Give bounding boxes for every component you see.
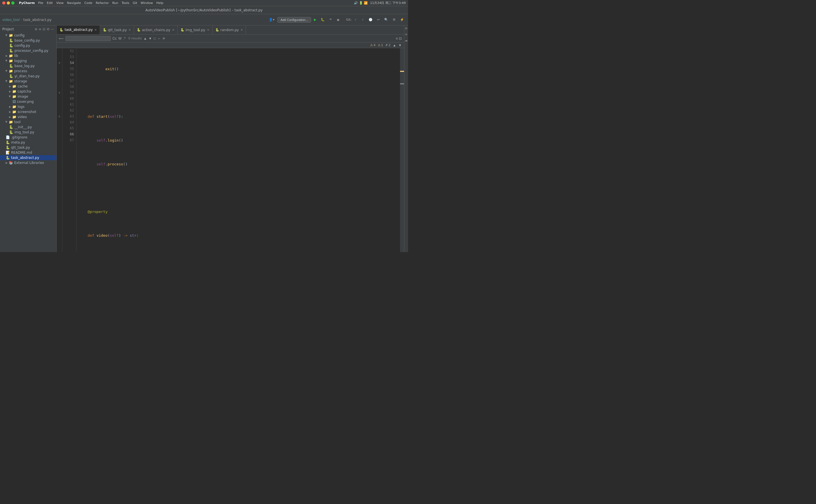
tab-close-icon[interactable]: ✕: [240, 28, 243, 31]
sidebar-item-tool[interactable]: ▶ 📁 tool: [0, 119, 56, 125]
menu-refactor[interactable]: Refactor: [96, 1, 109, 5]
tree-label: captcha: [18, 89, 31, 93]
git-rollback-button[interactable]: ↩: [375, 17, 381, 23]
search-filter-button[interactable]: ⊡: [399, 37, 402, 40]
sidebar-item-img-tool[interactable]: 🐍 img_tool.py: [0, 130, 56, 135]
close-button[interactable]: [2, 1, 5, 5]
sidebar-item-config[interactable]: ▶ 📁 config: [0, 33, 56, 38]
stop-button[interactable]: ⏹: [335, 17, 341, 23]
sidebar-item-captcha[interactable]: ▶ 📁 captcha: [0, 89, 56, 94]
menu-window[interactable]: Window: [140, 1, 153, 5]
right-sidebar-icon-1[interactable]: ⚙: [405, 27, 408, 30]
minimize-button[interactable]: [7, 1, 10, 5]
sidebar-settings-icon[interactable]: ⚙: [46, 27, 50, 31]
sidebar-item-task-abstract[interactable]: 🐍 task_abstract.py: [0, 155, 56, 160]
sidebar-item-cover-png[interactable]: 🖼 cover.png: [0, 99, 56, 104]
sidebar-item-config-py[interactable]: 🐍 config.py: [0, 43, 56, 48]
sidebar-item-cache[interactable]: ▶ 📁 cache: [0, 84, 56, 89]
notifications-button[interactable]: ⚡: [398, 17, 406, 23]
sidebar-item-readme[interactable]: 📝 README.md: [0, 150, 56, 155]
tab-action-chains[interactable]: 🐍 action_chains.py ✕: [134, 25, 178, 35]
tab-close-icon[interactable]: ✕: [207, 28, 209, 31]
tab-random[interactable]: 🐍 random.py ✕: [212, 25, 246, 35]
menu-navigate[interactable]: Navigate: [67, 1, 81, 5]
right-sidebar-icon-3[interactable]: ☁: [404, 39, 408, 42]
menu-tools[interactable]: Tools: [122, 1, 129, 5]
search-nav-down[interactable]: ▼: [148, 37, 152, 40]
tab-task-abstract[interactable]: 🐍 task_abstract.py ✕: [57, 25, 100, 35]
coverage-button[interactable]: ☂: [327, 17, 334, 23]
sidebar-locate-icon[interactable]: ⊕: [35, 27, 37, 31]
tab-close-icon[interactable]: ✕: [129, 28, 131, 31]
line-num: 54: [62, 60, 74, 66]
search-list-button[interactable]: ≡: [396, 37, 398, 40]
menu-run[interactable]: Run: [112, 1, 118, 5]
fold-icon[interactable]: ▽: [58, 91, 60, 94]
breadcrumb-root[interactable]: video_tool: [2, 18, 20, 22]
search-regex-button[interactable]: .*: [123, 37, 125, 40]
scroll-gutter[interactable]: [400, 48, 404, 252]
sidebar-item-yi-dian-hao[interactable]: 🐍 yi_dian_hao.py: [0, 74, 56, 79]
sidebar-item-external-libraries[interactable]: ▶ 📚 External Libraries: [0, 160, 56, 165]
sidebar-item-logging[interactable]: ▶ 📁 logging: [0, 58, 56, 63]
menu-git[interactable]: Git: [133, 1, 137, 5]
sidebar-item-base-config[interactable]: 🐍 base_config.py: [0, 38, 56, 43]
sidebar-expand-icon[interactable]: ≡: [39, 27, 41, 31]
sidebar-item-gitignore[interactable]: 📄 .gitignore: [0, 135, 56, 140]
py-file-icon: 🐍: [6, 146, 10, 150]
breadcrumb-file[interactable]: task_abstract.py: [23, 18, 51, 22]
search-highlight-button[interactable]: □: [154, 37, 155, 40]
menu-code[interactable]: Code: [84, 1, 92, 5]
sidebar-item-process[interactable]: ▶ 📁 process: [0, 69, 56, 74]
py-file-icon: 🐍: [6, 140, 10, 144]
menu-file[interactable]: File: [38, 1, 43, 5]
git-commit-button[interactable]: ✓: [360, 17, 366, 23]
debug-button[interactable]: 🐛: [319, 17, 326, 23]
settings-button[interactable]: ⚙: [391, 17, 397, 23]
sidebar-item-meta[interactable]: 🐍 meta.py: [0, 140, 56, 145]
search-case-button[interactable]: Cc: [112, 37, 117, 40]
menu-help[interactable]: Help: [156, 1, 163, 5]
code-content[interactable]: exit() def start(self): self.login(): [76, 48, 400, 252]
sidebar-item-logs[interactable]: ▶ 📁 logs: [0, 104, 56, 109]
sidebar-item-init[interactable]: 🐍 __init__.py: [0, 125, 56, 130]
sidebar-item-screenshot[interactable]: ▶ 📁 screenshot: [0, 109, 56, 114]
sidebar-item-storage[interactable]: ▶ 📁 storage: [0, 79, 56, 84]
run-button[interactable]: ▶: [312, 17, 318, 23]
sidebar: Project ⊕ ≡ ⊟ ⚙ — ▶ 📁 config 🐍 base_conf…: [0, 25, 57, 252]
sidebar-filter-icon[interactable]: ⊟: [42, 27, 45, 31]
git-update-button[interactable]: ✓: [353, 17, 359, 23]
menu-edit[interactable]: Edit: [47, 1, 53, 5]
menu-view[interactable]: View: [56, 1, 63, 5]
fold-icon[interactable]: ▽: [58, 115, 60, 118]
fold-icon[interactable]: ▽: [58, 61, 60, 65]
search-prev-button[interactable]: ⟵: [59, 37, 64, 40]
sidebar-item-processor-config[interactable]: 🐍 processor_config.py: [0, 48, 56, 53]
tree-label: __init__.py: [14, 125, 32, 129]
tab-close-icon[interactable]: ✕: [94, 28, 97, 31]
search-replace-button[interactable]: ↔: [157, 37, 161, 40]
search-everywhere-button[interactable]: 🔍: [382, 17, 390, 23]
add-configuration-button[interactable]: Add Configuration...: [277, 17, 311, 23]
warnings-up-button[interactable]: ▲: [393, 43, 396, 47]
sidebar-close-icon[interactable]: —: [51, 27, 54, 31]
tab-label: random.py: [220, 28, 239, 32]
right-sidebar-icon-2[interactable]: ≡: [405, 33, 407, 36]
search-keep-button[interactable]: ✕: [162, 37, 165, 40]
sidebar-item-base-log[interactable]: 🐍 base_log.py: [0, 63, 56, 69]
search-nav-up[interactable]: ▲: [143, 37, 147, 40]
tab-qtt-task[interactable]: 🐍 qtt_task.py ✕: [100, 25, 134, 35]
sidebar-item-lib[interactable]: ▶ 📁 lib: [0, 53, 56, 58]
git-history-button[interactable]: 🕐: [367, 17, 374, 23]
profile-button[interactable]: 👤▾: [267, 17, 276, 23]
search-input[interactable]: [65, 36, 111, 41]
line-num: 53: [62, 54, 74, 60]
warnings-down-button[interactable]: ▼: [398, 43, 402, 47]
sidebar-item-qtt-task[interactable]: 🐍 qtt_task.py: [0, 145, 56, 150]
sidebar-item-image[interactable]: ▶ 📁 image: [0, 94, 56, 99]
tab-img-tool[interactable]: 🐍 img_tool.py ✕: [178, 25, 212, 35]
tab-close-icon[interactable]: ✕: [172, 28, 174, 31]
search-word-button[interactable]: W: [118, 37, 122, 40]
maximize-button[interactable]: [11, 1, 14, 5]
sidebar-item-video[interactable]: ▶ 📁 video: [0, 114, 56, 119]
